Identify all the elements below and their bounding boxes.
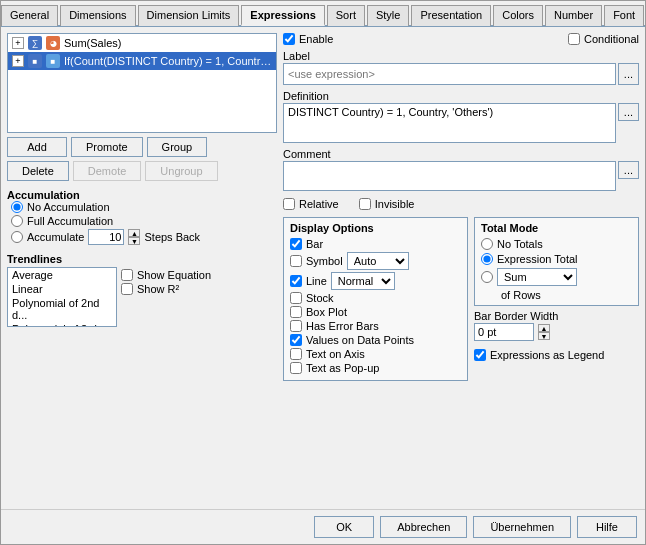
display-options-title: Display Options: [290, 222, 461, 234]
add-button[interactable]: Add: [7, 137, 67, 157]
invisible-checkbox[interactable]: [359, 198, 371, 210]
text-on-axis-label: Text on Axis: [306, 348, 365, 360]
show-equation-checkbox[interactable]: [121, 269, 133, 281]
expression-item-sum[interactable]: + ∑ ◕ Sum(Sales): [8, 34, 276, 52]
conditional-checkbox[interactable]: [568, 33, 580, 45]
tab-general[interactable]: General: [1, 5, 58, 26]
conditional-right: Conditional: [568, 33, 639, 45]
comment-dots-button[interactable]: ...: [618, 161, 639, 179]
tab-number[interactable]: Number: [545, 5, 602, 26]
trendline-linear[interactable]: Linear: [8, 282, 116, 296]
abbrechen-button[interactable]: Abbrechen: [380, 516, 467, 538]
pie-icon: ◕: [46, 36, 60, 50]
mid-sections: Display Options Bar Symbol Auto Circle S…: [283, 217, 639, 381]
stock-checkbox[interactable]: [290, 292, 302, 304]
trendline-poly3[interactable]: Polynomial of 3rd d...: [8, 322, 116, 327]
sum-icon: ∑: [28, 36, 42, 50]
box-plot-row: Box Plot: [290, 306, 461, 318]
values-on-data-points-checkbox[interactable]: [290, 334, 302, 346]
total-mode-inner: No Totals Expression Total Sum: [481, 238, 632, 301]
full-accumulation-label: Full Accumulation: [27, 215, 113, 227]
bar-border-input[interactable]: [474, 323, 534, 341]
total-mode-panel: Total Mode No Totals Expression Total: [474, 217, 639, 306]
ok-button[interactable]: OK: [314, 516, 374, 538]
bar-border-label: Bar Border Width: [474, 310, 639, 322]
expression-total-row: Expression Total: [481, 253, 632, 265]
line-label: Line: [306, 275, 327, 287]
expression-total-radio[interactable]: [481, 253, 493, 265]
full-accumulation-radio[interactable]: [11, 215, 23, 227]
relative-checkbox[interactable]: [283, 198, 295, 210]
steps-down[interactable]: ▼: [128, 237, 140, 245]
accumulate-row: Accumulate ▲ ▼ Steps Back: [11, 229, 277, 245]
bar-border-down[interactable]: ▼: [538, 332, 550, 340]
sum-row-inner: Sum Count Average: [497, 268, 577, 286]
symbol-checkbox[interactable]: [290, 255, 302, 267]
relative-label: Relative: [299, 198, 339, 210]
if-icon-blue: ■: [28, 54, 42, 68]
delete-button[interactable]: Delete: [7, 161, 69, 181]
trendlines-label: Trendlines: [7, 253, 277, 265]
show-r2-checkbox[interactable]: [121, 283, 133, 295]
trendline-average[interactable]: Average: [8, 268, 116, 282]
text-as-popup-checkbox[interactable]: [290, 362, 302, 374]
of-rows-label: of Rows: [481, 289, 632, 301]
expression-list[interactable]: + ∑ ◕ Sum(Sales) + ■ ■ If(Count(DISTINCT…: [7, 33, 277, 133]
box-plot-label: Box Plot: [306, 306, 347, 318]
sum-radio[interactable]: [481, 271, 493, 283]
no-accumulation-radio[interactable]: [11, 201, 23, 213]
tab-colors[interactable]: Colors: [493, 5, 543, 26]
line-select[interactable]: Normal Dashed Dotted: [331, 272, 395, 290]
ungroup-button[interactable]: Ungroup: [145, 161, 217, 181]
sum-row-radio: Sum Count Average: [481, 268, 632, 286]
ubernehmen-button[interactable]: Übernehmen: [473, 516, 571, 538]
left-panel: + ∑ ◕ Sum(Sales) + ■ ■ If(Count(DISTINCT…: [7, 33, 277, 503]
values-on-data-points-row: Values on Data Points: [290, 334, 461, 346]
tab-sort[interactable]: Sort: [327, 5, 365, 26]
expressions-as-legend-checkbox[interactable]: [474, 349, 486, 361]
definition-label: Definition: [283, 90, 639, 102]
expand-if[interactable]: +: [12, 55, 24, 67]
enable-checkbox[interactable]: [283, 33, 295, 45]
tab-font[interactable]: Font: [604, 5, 644, 26]
error-bars-checkbox[interactable]: [290, 320, 302, 332]
tab-dimension-limits[interactable]: Dimension Limits: [138, 5, 240, 26]
symbol-select[interactable]: Auto Circle Square: [347, 252, 409, 270]
tab-presentation[interactable]: Presentation: [411, 5, 491, 26]
tab-dimensions[interactable]: Dimensions: [60, 5, 135, 26]
label-dots-button[interactable]: ...: [618, 63, 639, 85]
definition-input-row: DISTINCT Country) = 1, Country, 'Others'…: [283, 103, 639, 143]
steps-input[interactable]: [88, 229, 124, 245]
line-checkbox[interactable]: [290, 275, 302, 287]
steps-spinner[interactable]: ▲ ▼: [128, 229, 140, 245]
accumulate-radio[interactable]: [11, 231, 23, 243]
display-options-panel: Display Options Bar Symbol Auto Circle S…: [283, 217, 468, 381]
show-r2-row: Show R²: [121, 283, 211, 295]
bar-border-spinner[interactable]: ▲ ▼: [538, 324, 550, 340]
sum-select[interactable]: Sum Count Average: [497, 268, 577, 286]
group-button[interactable]: Group: [147, 137, 208, 157]
bar-checkbox[interactable]: [290, 238, 302, 250]
enable-row: Enable Conditional: [283, 33, 639, 45]
definition-box[interactable]: DISTINCT Country) = 1, Country, 'Others'…: [283, 103, 616, 143]
expression-item-if[interactable]: + ■ ■ If(Count(DISTINCT Country) = 1, Co…: [8, 52, 276, 70]
expand-sum[interactable]: +: [12, 37, 24, 49]
steps-up[interactable]: ▲: [128, 229, 140, 237]
comment-box[interactable]: [283, 161, 616, 191]
hilfe-button[interactable]: Hilfe: [577, 516, 637, 538]
demote-button[interactable]: Demote: [73, 161, 142, 181]
text-on-axis-checkbox[interactable]: [290, 348, 302, 360]
error-bars-label: Has Error Bars: [306, 320, 379, 332]
no-totals-radio[interactable]: [481, 238, 493, 250]
total-mode-title: Total Mode: [481, 222, 632, 234]
tab-expressions[interactable]: Expressions: [241, 5, 324, 26]
label-input[interactable]: [283, 63, 616, 85]
expr-button-row-2: Delete Demote Ungroup: [7, 161, 277, 181]
bar-border-up[interactable]: ▲: [538, 324, 550, 332]
box-plot-checkbox[interactable]: [290, 306, 302, 318]
promote-button[interactable]: Promote: [71, 137, 143, 157]
trendline-poly2[interactable]: Polynomial of 2nd d...: [8, 296, 116, 322]
trendline-list[interactable]: Average Linear Polynomial of 2nd d... Po…: [7, 267, 117, 327]
tab-style[interactable]: Style: [367, 5, 409, 26]
definition-dots-button[interactable]: ...: [618, 103, 639, 121]
